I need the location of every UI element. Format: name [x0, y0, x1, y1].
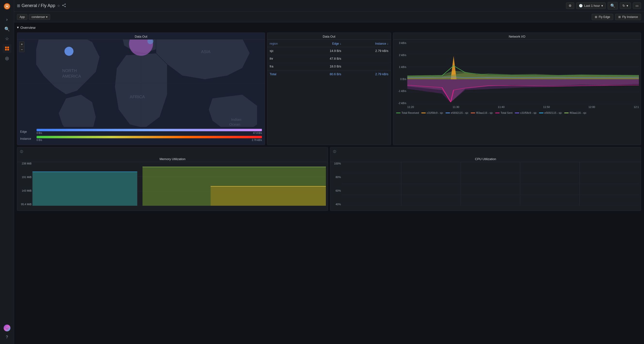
edge-fra: 18.0 B/s	[301, 63, 344, 70]
settings-button[interactable]: ⚙	[566, 3, 574, 9]
legend-label-c31-2: c31f58c9 - sjc	[520, 111, 537, 114]
fly-edge-button[interactable]: ⊞ Fly Edge	[592, 14, 613, 20]
app-filter-tag[interactable]: App	[17, 14, 28, 20]
x-label-1130: 11:30	[452, 106, 460, 108]
edge-legend-label: Edge	[20, 130, 35, 133]
cpu-y-40: 40%	[336, 203, 341, 206]
time-range-button[interactable]: 🕐 Last 1 hour ▾	[576, 3, 606, 9]
chevron-down-icon-3: ▾	[46, 15, 48, 19]
legend-total-received: Total Received	[396, 111, 419, 114]
refresh-icon: ↻	[622, 4, 625, 8]
legend-label-e56: e5692115 - sjc	[451, 111, 468, 114]
collapse-icon[interactable]: ▾	[17, 25, 19, 30]
table-total-row: Total 80.6 B/s 2.79 kB/s	[267, 70, 391, 78]
sidebar-item-dashboards[interactable]	[3, 44, 12, 53]
y-axis-labels: 3 kB/s 2 kB/s 1 kB/s 0 B/s -1 kB/s -2 kB…	[395, 42, 407, 105]
data-out-table: region Edge ↓ Instance ↓ sjc 14.9 B/s 2.…	[267, 40, 391, 79]
sidebar-item-starred[interactable]: ☆	[3, 35, 12, 43]
legend-color-f83-2	[564, 113, 569, 113]
sidebar-item-help[interactable]: ?	[3, 333, 12, 341]
memory-chart-plot	[32, 162, 326, 206]
instance-legend-label: Instance	[20, 137, 35, 140]
grid-icon-2: ⊞	[595, 15, 597, 19]
svg-rect-5	[7, 49, 9, 51]
instance-legend-item: Instance 0 B/s 2.79 kB/s	[20, 136, 262, 141]
data-out-map-panel: Data Out	[17, 33, 265, 145]
display-button[interactable]: ▭	[633, 3, 641, 9]
app-logo[interactable]	[3, 2, 12, 11]
time-options-button[interactable]: ↻ ▾	[620, 3, 631, 9]
svg-line-9	[63, 4, 65, 5]
region-fra: fra	[267, 63, 301, 70]
svg-text:Ocean: Ocean	[229, 122, 240, 126]
edge-range-end: 47.8 B/s	[253, 132, 262, 134]
grid-icon: ⊞	[17, 4, 20, 8]
page-title: General / Fly App	[22, 3, 55, 8]
zoom-out-icon: 🔍	[610, 4, 615, 8]
mem-y-954: 95.4 MiB	[21, 203, 32, 206]
svg-rect-2	[5, 47, 7, 48]
x-axis-labels: 11:20 11:30 11:40 11:50 12:00 12:1	[407, 105, 639, 109]
mem-y-238: 238 MiB	[22, 162, 32, 165]
chevron-down-icon: ▾	[601, 4, 603, 8]
svg-text:Indian: Indian	[231, 117, 241, 121]
svg-rect-3	[7, 47, 9, 48]
network-io-panel: Network I/O 3 kB/s 2 kB/s 1 kB/s 0 B/s -…	[393, 33, 641, 145]
user-avatar[interactable]: 👾	[4, 324, 10, 331]
instance-lhr	[344, 55, 391, 63]
section-title: Overview	[20, 26, 36, 30]
cpu-util-panel: ⓘ CPU Utilization 100% 80% 60% 40%	[330, 147, 641, 211]
svg-point-1	[6, 5, 8, 7]
fly-instance-button[interactable]: ⊞ Fly Instance	[615, 14, 641, 20]
legend-total-sent: Total Sent	[495, 111, 512, 114]
network-io-legend: Total Received c31f58c9 - sjc e5692115 -…	[393, 109, 641, 116]
dashboard-row-2: ⓘ Memory Utilization 238 MiB 191 MiB 143…	[17, 147, 641, 211]
cpu-info-icon[interactable]: ⓘ	[332, 149, 337, 155]
legend-label-f83-2: f83aa116 - sjc	[570, 111, 586, 114]
col-region[interactable]: region	[267, 41, 301, 47]
cpu-chart-area: 100% 80% 60% 40%	[330, 162, 641, 211]
condenser-select[interactable]: condenser ▾	[29, 14, 50, 20]
region-sjc: sjc	[267, 47, 301, 55]
legend-color-e56	[446, 113, 450, 113]
sidebar-item-search[interactable]: 🔍	[3, 25, 12, 34]
grid-icon-3: ⊞	[618, 15, 621, 19]
legend-c31f58c9-sjc: c31f58c9 - sjc	[421, 111, 443, 114]
col-instance[interactable]: Instance ↓	[344, 41, 391, 47]
display-icon: ▭	[636, 4, 638, 8]
map-zoom-out-button[interactable]: −	[19, 47, 24, 52]
memory-util-title: Memory Utilization	[17, 155, 328, 162]
cpu-y-100: 100%	[334, 162, 341, 165]
overview-section: ▾ Overview	[17, 25, 641, 30]
cpu-util-title: CPU Utilization	[330, 155, 641, 162]
total-instance: 2.79 kB/s	[344, 70, 391, 78]
mem-y-143: 143 MiB	[22, 189, 32, 192]
y-label-3: 3 kB/s	[399, 42, 406, 44]
sidebar-item-collapse[interactable]: ›	[3, 15, 12, 24]
y-label-n1: -1 kB/s	[398, 90, 406, 92]
sidebar-item-explore[interactable]: ◎	[3, 54, 12, 63]
star-icon[interactable]: ☆	[57, 4, 60, 8]
edge-legend-item: Edge 0 B/s 47.8 B/s	[20, 129, 262, 134]
legend-color-c31	[421, 113, 426, 113]
share-icon[interactable]	[62, 4, 66, 8]
legend-label-c31: c31f58c9 - sjc	[427, 111, 443, 114]
edge-range-start: 0 B/s	[36, 132, 42, 134]
svg-rect-34	[32, 172, 138, 206]
col-edge[interactable]: Edge ↓	[301, 41, 344, 47]
edge-sjc: 14.9 B/s	[301, 47, 344, 55]
memory-info-icon[interactable]: ⓘ	[19, 149, 24, 155]
chart-container: 3 kB/s 2 kB/s 1 kB/s 0 B/s -1 kB/s -2 kB…	[395, 42, 639, 109]
map-zoom-in-button[interactable]: +	[19, 42, 24, 47]
svg-text:ASIA: ASIA	[201, 50, 210, 54]
x-label-1140: 11:40	[498, 106, 505, 108]
zoom-out-button[interactable]: 🔍	[608, 2, 618, 10]
cpu-y-60: 60%	[336, 189, 341, 192]
legend-e5692115-sjc: e5692115 - sjc	[446, 111, 468, 114]
network-io-title: Network I/O	[393, 33, 641, 40]
gear-icon: ⚙	[569, 4, 572, 8]
legend-label-f83: f83aa116 - sjc	[476, 111, 493, 114]
legend-color-f83	[471, 113, 475, 113]
memory-chart-area: 238 MiB 191 MiB 143 MiB 95.4 MiB	[17, 162, 328, 211]
table-row: fra 18.0 B/s	[267, 63, 391, 70]
